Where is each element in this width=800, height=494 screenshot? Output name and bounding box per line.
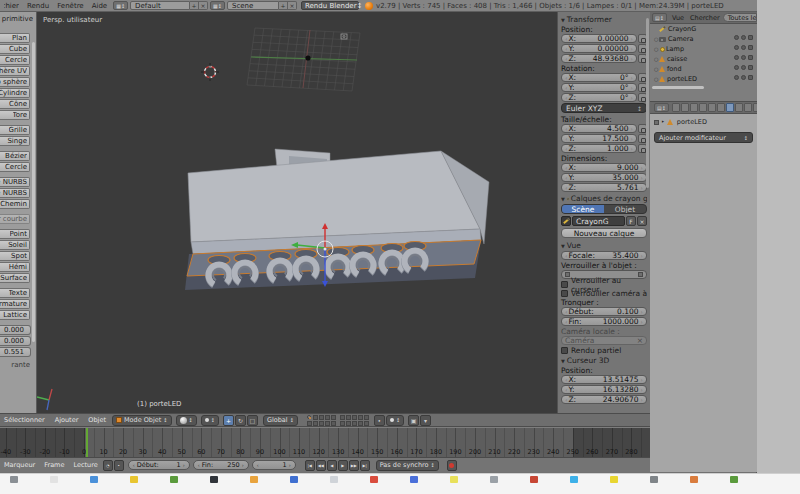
value-field-z[interactable]: ‹Z:48.93680›	[561, 54, 637, 63]
tool-shelf-tab[interactable]: Ajouter primitive	[0, 15, 33, 23]
layer-toggle[interactable]	[325, 415, 330, 420]
snap-select[interactable]: ↕	[386, 415, 404, 426]
play-reverse-button[interactable]: ◀	[327, 460, 337, 471]
close-icon[interactable]: ×	[637, 336, 643, 345]
panel-3d-cursor-header[interactable]: ▼Curseur 3D	[561, 355, 647, 366]
grease-name-field[interactable]: CrayonG	[572, 216, 625, 226]
value-field-y[interactable]: ‹Y:0°›	[561, 83, 637, 92]
timeline-strip[interactable]: -40-30-20-100102030405060708090100110120…	[0, 427, 650, 458]
tool-button-singe[interactable]: Singe	[0, 136, 30, 146]
tool-button-tore[interactable]: Tore	[0, 110, 30, 120]
render-engine-select[interactable]: Rendu Blender↕	[301, 1, 359, 10]
desktop-icon-4[interactable]	[170, 476, 178, 483]
outliner-filter-select[interactable]: Toutes les scènes	[723, 13, 757, 22]
layer-toggle[interactable]	[346, 421, 351, 426]
add-scene-button[interactable]: +	[279, 1, 288, 10]
increment-icon[interactable]: ›	[641, 184, 643, 191]
viewport-shading-select[interactable]: ↕	[176, 415, 197, 426]
add-modifier-select[interactable]: Ajouter modificateur↕	[654, 132, 753, 143]
desktop-icon-2[interactable]	[90, 476, 98, 483]
layer-toggle[interactable]	[352, 415, 357, 420]
value-field-y[interactable]: ‹Y:35.000›	[561, 173, 647, 182]
tool-button-c-ne[interactable]: Cône	[0, 99, 30, 109]
scale-manipulator-button[interactable]: □	[247, 415, 258, 426]
menu-ajouter[interactable]: Ajouter	[55, 416, 79, 424]
decrement-icon[interactable]: ‹	[565, 396, 567, 403]
decrement-icon[interactable]: ‹	[565, 35, 567, 42]
layer-toggle[interactable]	[364, 421, 369, 426]
value-field-z[interactable]: ‹Z:0°›	[561, 93, 637, 102]
menu-fenetre[interactable]: Fenêtre	[57, 2, 83, 10]
new-layer-button[interactable]: Nouveau calque	[561, 228, 647, 238]
lock-layers-button[interactable]: •	[374, 415, 385, 426]
decrement-icon[interactable]: ‹	[565, 184, 567, 191]
value-field-z[interactable]: ‹Z:24.90670›	[561, 395, 647, 404]
layer-toggle[interactable]	[325, 421, 330, 426]
desktop-icon-18[interactable]	[730, 476, 738, 483]
screen-layout-icon[interactable]: ▦ ↕	[113, 1, 128, 10]
tab-texture[interactable]	[753, 103, 757, 112]
renderability-icon[interactable]	[748, 45, 753, 50]
next-keyframe-button[interactable]: ▶▶	[349, 460, 359, 471]
desktop-icon-14[interactable]	[570, 476, 578, 483]
current-frame-marker[interactable]	[86, 428, 88, 457]
menu-lecture[interactable]: Lecture	[73, 461, 97, 469]
translate-manipulator-button[interactable]: +	[223, 415, 234, 426]
increment-icon[interactable]: ›	[641, 376, 643, 383]
increment-icon[interactable]: ›	[631, 135, 633, 142]
desktop-icon-6[interactable]	[250, 476, 258, 483]
sync-mode-select[interactable]: Pas de synchro↕	[376, 460, 439, 471]
outliner-item-caisse[interactable]: ○caisse	[650, 54, 757, 64]
layer-toggle[interactable]	[313, 415, 318, 420]
increment-icon[interactable]: ›	[641, 174, 643, 181]
tool-button-spot[interactable]: Spot	[0, 251, 30, 261]
visibility-icon[interactable]	[734, 75, 739, 80]
screen-layout-field[interactable]: Default	[130, 1, 190, 10]
tool-button-plan[interactable]: Plan	[0, 33, 30, 43]
renderability-icon[interactable]	[748, 55, 753, 60]
increment-icon[interactable]: ›	[641, 252, 643, 259]
tool-number-field-2[interactable]: 0.551	[0, 347, 31, 357]
desktop-icon-0[interactable]	[10, 476, 18, 483]
use-preview-range-button[interactable]: ◔	[103, 460, 113, 471]
visibility-icon[interactable]	[734, 55, 739, 60]
prev-keyframe-button[interactable]: ◀◀	[316, 460, 326, 471]
jump-to-end-button[interactable]: ▶|	[360, 460, 370, 471]
menu-aide[interactable]: Aide	[92, 2, 107, 10]
decrement-icon[interactable]: ‹	[565, 125, 567, 132]
increment-icon[interactable]: ›	[631, 74, 633, 81]
decrement-icon[interactable]: ‹	[565, 252, 567, 259]
tool-button-surface[interactable]: Surface	[0, 273, 30, 283]
desktop-icon-3[interactable]	[130, 476, 138, 483]
tab-constraints[interactable]	[717, 103, 725, 112]
tool-button-tracer-courbe[interactable]: Tracer courbe	[0, 214, 30, 224]
tab-object[interactable]	[708, 103, 716, 112]
decrement-icon[interactable]: ‹	[565, 376, 567, 383]
tool-button-ico-sph-re[interactable]: Ico sphère	[0, 77, 30, 87]
tool-button-soleil[interactable]: Soleil	[0, 240, 30, 250]
render-opengl-button[interactable]: ▣	[408, 415, 419, 426]
tool-button-cercle-nurbs[interactable]: Cercle NURBS	[0, 188, 30, 198]
tab-render-layers[interactable]	[681, 103, 689, 112]
desktop-icon-1[interactable]	[50, 476, 58, 483]
increment-icon[interactable]: ›	[631, 35, 633, 42]
menu-objet[interactable]: Objet	[88, 416, 106, 424]
add-layout-button[interactable]: +	[190, 1, 199, 10]
desktop-icon-10[interactable]	[410, 476, 418, 483]
tool-button-armature[interactable]: Armature	[0, 299, 30, 309]
layer-toggle[interactable]	[352, 421, 357, 426]
increment-icon[interactable]: ›	[641, 318, 643, 325]
layer-toggle[interactable]	[340, 415, 345, 420]
value-field-z[interactable]: ‹Z:5.761›	[561, 183, 647, 192]
visibility-icon[interactable]	[734, 65, 739, 70]
tool-button-lattice[interactable]: Lattice	[0, 310, 30, 320]
increment-icon[interactable]: ›	[631, 45, 633, 52]
increment-icon[interactable]: ›	[641, 386, 643, 393]
increment-icon[interactable]: ›	[641, 164, 643, 171]
render-opengl-anim-button[interactable]: ▾	[420, 415, 431, 426]
value-field-x[interactable]: ‹X:0.00000›	[561, 34, 637, 43]
tab-scene[interactable]: Scène	[562, 205, 604, 213]
tab-object[interactable]: Objet	[604, 205, 646, 213]
renderability-icon[interactable]	[748, 75, 753, 80]
desktop-icon-12[interactable]	[490, 476, 498, 483]
